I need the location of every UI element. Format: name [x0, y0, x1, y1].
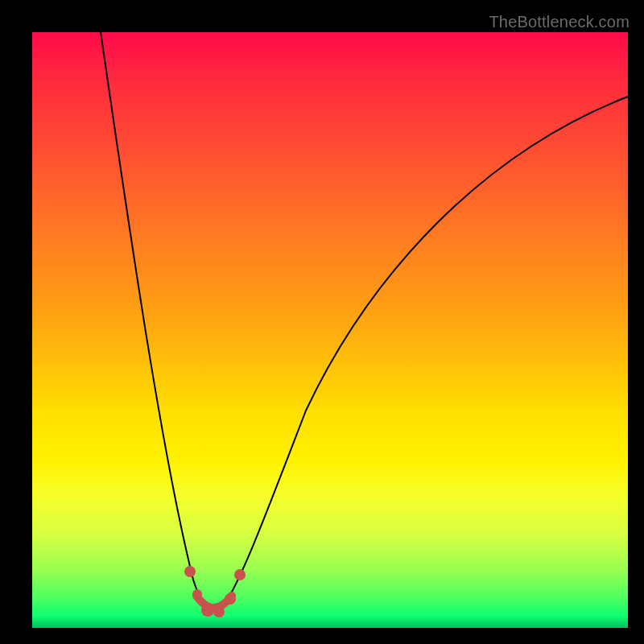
marker-dot	[213, 606, 225, 617]
marker-dot	[234, 569, 246, 580]
bottleneck-curve	[101, 32, 628, 611]
chart-frame: TheBottleneck.com	[0, 0, 644, 644]
marker-dot	[192, 589, 202, 599]
curve-layer	[32, 32, 628, 628]
watermark-text: TheBottleneck.com	[489, 13, 630, 31]
plot-area	[32, 32, 628, 628]
marker-dot	[184, 566, 196, 577]
marker-dot	[201, 604, 214, 617]
marker-dot	[225, 593, 236, 605]
